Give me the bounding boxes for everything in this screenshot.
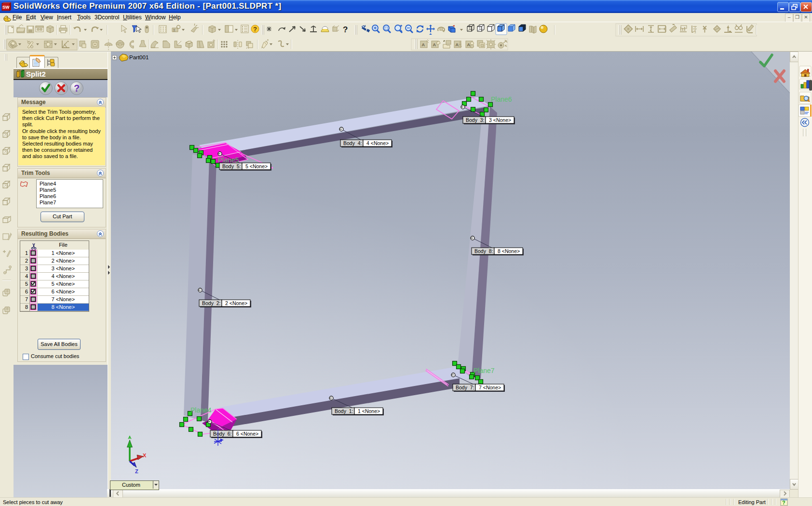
- svg-text:Body 7:: Body 7:: [456, 385, 474, 390]
- svg-text:A: A: [467, 42, 471, 47]
- svg-text:?: ?: [782, 500, 785, 506]
- svg-text:8 <None>: 8 <None>: [498, 248, 520, 254]
- svg-text:?: ?: [343, 25, 348, 34]
- svg-text:A: A: [456, 42, 459, 47]
- svg-text:?: ?: [253, 26, 257, 33]
- svg-text:5 <None>: 5 <None>: [245, 163, 268, 169]
- svg-text:Plane6: Plane6: [491, 95, 512, 103]
- svg-text:Body 4:: Body 4:: [343, 140, 362, 146]
- svg-text:?: ?: [74, 83, 80, 93]
- svg-text:Plane7: Plane7: [474, 367, 495, 374]
- svg-text:SW: SW: [2, 5, 10, 10]
- svg-text:Part001: Part001: [129, 54, 149, 60]
- svg-text:Body 2:: Body 2:: [202, 300, 221, 306]
- svg-text:Body 3:: Body 3:: [466, 117, 485, 123]
- svg-text:Body 1:: Body 1:: [335, 408, 353, 414]
- svg-text:Plane4: Plane4: [190, 406, 212, 414]
- svg-text:4 <None>: 4 <None>: [366, 140, 389, 146]
- svg-text:1 <None>: 1 <None>: [358, 408, 380, 414]
- svg-text:Body 5:: Body 5:: [222, 163, 241, 169]
- svg-text:A: A: [433, 42, 436, 47]
- svg-text:Body 8:: Body 8:: [474, 248, 493, 254]
- svg-text:6 <None>: 6 <None>: [236, 431, 258, 437]
- svg-text:X: X: [143, 453, 147, 458]
- svg-text:Z: Z: [135, 468, 138, 474]
- svg-text:2 <None>: 2 <None>: [225, 300, 247, 306]
- svg-text:Body 6:: Body 6:: [213, 431, 232, 437]
- svg-text:A: A: [422, 42, 425, 47]
- svg-text:7 <None>: 7 <None>: [479, 385, 501, 390]
- svg-text:Σ: Σ: [173, 28, 176, 32]
- svg-text:3 <None>: 3 <None>: [489, 117, 511, 123]
- svg-text:Plane5: Plane5: [218, 156, 239, 164]
